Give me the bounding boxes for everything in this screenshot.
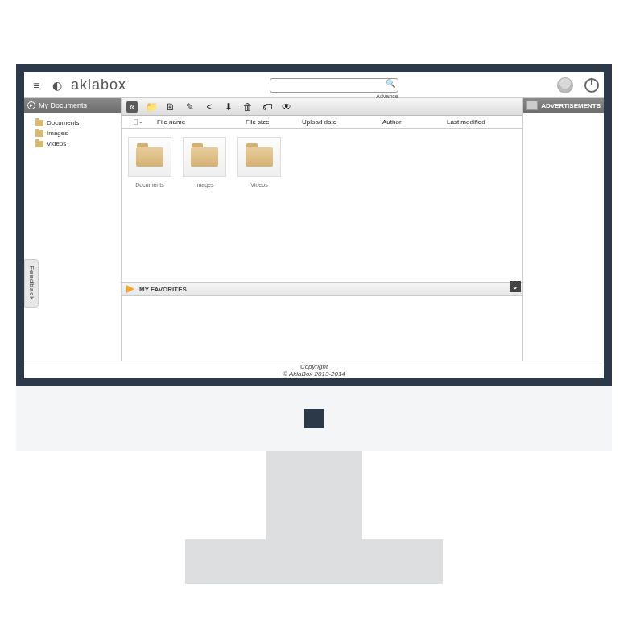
search-input[interactable] (270, 78, 398, 93)
sidebar-item-images[interactable]: Images (27, 128, 118, 138)
folder-icon (246, 147, 273, 167)
sidebar-item-label: Videos (47, 140, 66, 147)
folder-card-documents[interactable]: Documents (128, 137, 171, 201)
feedback-tab[interactable]: Feedback (24, 259, 39, 308)
delete-icon[interactable]: 🗑 (242, 101, 254, 113)
search-box: 🔍 Advance (270, 77, 398, 93)
col-upload[interactable]: Upload date (299, 118, 379, 126)
add-folder-icon[interactable]: 📁 (146, 101, 157, 113)
folder-label: Videos (250, 182, 267, 188)
palette-icon[interactable]: ◐ (50, 78, 64, 93)
folder-icon (136, 147, 163, 167)
app-footer: Copyright © AklaBox 2013-2014 (24, 361, 604, 378)
monitor-stand-neck (266, 451, 362, 539)
monitor-stand-base (185, 539, 443, 584)
monitor-chin (16, 386, 612, 451)
ads-body (523, 113, 604, 361)
monitor-mockup: ≡ ◐ aklabox 🔍 Advance Feedback (16, 64, 612, 584)
share-icon[interactable]: < (204, 101, 215, 113)
ads-header: ADVERTISEMENTS (523, 98, 604, 113)
footer-line1: Copyright (300, 363, 328, 370)
folder-card-videos[interactable]: Videos (237, 137, 281, 201)
app-window: ≡ ◐ aklabox 🔍 Advance Feedback (24, 72, 604, 378)
ads-title: ADVERTISEMENTS (541, 102, 601, 109)
folder-card-images[interactable]: Images (183, 137, 226, 201)
app-header: ≡ ◐ aklabox 🔍 Advance (24, 72, 604, 98)
right-column: ADVERTISEMENTS (523, 98, 604, 361)
sidebar-item-label: Images (47, 130, 68, 137)
folder-label: Images (196, 182, 214, 188)
download-icon[interactable]: ⬇ (223, 101, 234, 113)
collapse-icon[interactable]: « (126, 101, 138, 113)
sidebar-tree: Documents Images Videos (24, 113, 121, 154)
footer-line2: © AklaBox 2013-2014 (283, 370, 345, 378)
folder-icon (35, 141, 43, 147)
main-panel: « 📁 🗎 ✎ < ⬇ 🗑 🏷 👁 ⎕ - File name File siz (121, 98, 523, 361)
folder-grid: Documents Images Videos (122, 129, 522, 209)
tag-icon[interactable]: 🏷 (262, 101, 273, 113)
folder-label: Documents (135, 182, 163, 188)
table-header: ⎕ - File name File size Upload date Auth… (122, 116, 522, 129)
col-author[interactable]: Author (379, 118, 444, 126)
folder-icon (35, 130, 43, 137)
col-modified[interactable]: Last modified (444, 118, 522, 126)
expand-favorites-icon[interactable]: ⌄ (510, 281, 521, 292)
expand-icon: ▸ (27, 101, 35, 109)
favorites-icon (126, 285, 134, 293)
power-icon[interactable] (584, 78, 599, 93)
toolbar: « 📁 🗎 ✎ < ⬇ 🗑 🏷 👁 (122, 98, 522, 116)
sidebar: ▸ My Documents Documents Images (24, 98, 121, 361)
sidebar-item-documents[interactable]: Documents (27, 118, 118, 128)
favorites-title: MY FAVORITES (139, 286, 187, 293)
user-avatar[interactable] (557, 77, 573, 93)
brand-logo: aklabox (71, 76, 126, 93)
sidebar-item-label: Documents (47, 119, 79, 126)
favorites-body (122, 296, 522, 361)
monitor-power-button[interactable] (304, 409, 324, 428)
ads-icon (526, 101, 538, 110)
folder-icon (35, 120, 43, 126)
sidebar-item-videos[interactable]: Videos (27, 138, 118, 149)
folder-icon (191, 147, 218, 167)
new-doc-icon[interactable]: 🗎 (165, 101, 176, 113)
sidebar-title[interactable]: ▸ My Documents (24, 98, 121, 113)
visibility-icon[interactable]: 👁 (281, 101, 292, 113)
col-filesize[interactable]: File size (242, 118, 299, 126)
sidebar-title-label: My Documents (39, 101, 87, 109)
favorites-bar[interactable]: MY FAVORITES ⌄ (122, 282, 522, 296)
search-icon[interactable]: 🔍 (386, 79, 395, 88)
col-filename[interactable]: File name (154, 118, 242, 126)
edit-icon[interactable]: ✎ (184, 101, 196, 113)
col-select[interactable]: ⎕ - (122, 118, 154, 126)
screen-bezel: ≡ ◐ aklabox 🔍 Advance Feedback (16, 64, 612, 386)
menu-icon[interactable]: ≡ (29, 78, 43, 93)
